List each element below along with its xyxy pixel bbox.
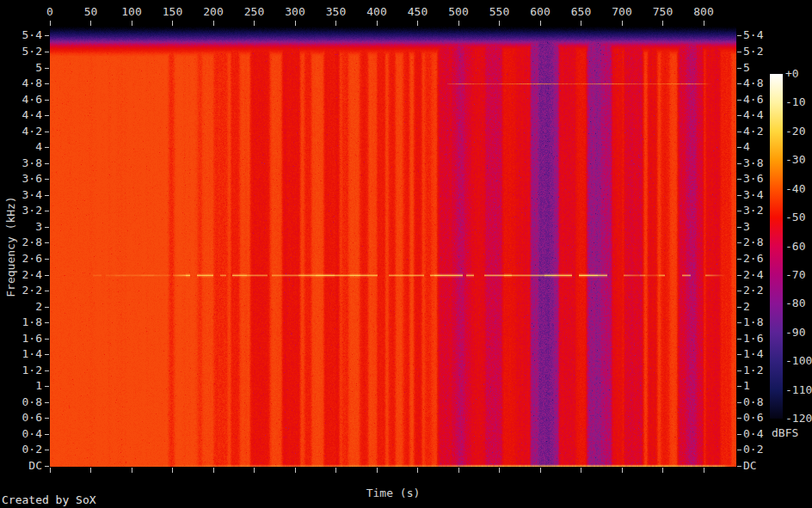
x-axis-tick-label: 350 [326, 6, 346, 18]
x-axis-tick-label: 300 [285, 6, 304, 18]
y-axis-tick-label-right: 2·4 [743, 269, 763, 281]
y-axis-tick-mark-left [45, 227, 49, 228]
x-axis-tick-mark-bottom [213, 468, 214, 473]
x-axis-tick-label: 500 [448, 6, 468, 18]
y-axis-tick-mark-right [737, 259, 741, 260]
x-axis-tick-label: 650 [571, 6, 591, 18]
x-axis-tick-mark-bottom [704, 468, 704, 473]
y-axis-tick-label-left: 1·8 [0, 316, 42, 328]
x-axis-tick-mark-top [377, 21, 378, 26]
x-axis-tick-label: 150 [163, 6, 182, 18]
colorbar-tick-label: +0 [785, 68, 799, 80]
y-axis-tick-mark-left [45, 402, 49, 403]
y-axis-tick-mark-right [737, 370, 741, 371]
x-axis-tick-mark-bottom [335, 468, 336, 473]
x-axis-tick-label: 250 [244, 6, 264, 18]
y-axis-tick-mark-left [45, 100, 49, 101]
colorbar-unit-label: dBFS [772, 427, 798, 439]
y-axis-tick-mark-left [45, 35, 49, 36]
y-axis-tick-label-left: DC [0, 460, 42, 472]
colorbar-tick-label: -40 [785, 183, 805, 195]
colorbar-tick-label: -20 [785, 125, 805, 138]
y-axis-tick-mark-right [737, 450, 741, 450]
y-axis-tick-label-right: 1·4 [743, 348, 763, 360]
y-axis-tick-label-right: 1·2 [743, 364, 763, 376]
y-axis-tick-mark-right [737, 100, 741, 101]
x-axis-tick-mark-bottom [458, 468, 459, 473]
y-axis-tick-mark-left [45, 179, 49, 180]
y-axis-tick-mark-right [737, 307, 741, 308]
y-axis-tick-mark-left [45, 354, 49, 355]
y-axis-tick-mark-right [737, 195, 741, 196]
x-axis-tick-mark-top [295, 21, 296, 26]
y-axis-tick-label-right: 4 [743, 141, 750, 153]
y-axis-tick-mark-left [45, 386, 49, 387]
y-axis-tick-label-right: 4·6 [743, 94, 763, 106]
x-axis-tick-label: 800 [693, 6, 713, 18]
x-axis-tick-mark-top [50, 21, 51, 26]
y-axis-tick-mark-right [737, 147, 741, 148]
colorbar-tick-label: -60 [785, 241, 805, 253]
x-axis-tick-label: 550 [489, 6, 509, 18]
y-axis-tick-mark-left [45, 259, 49, 260]
y-axis-tick-label-right: 3·8 [743, 157, 763, 169]
y-axis-tick-mark-left [45, 195, 49, 196]
y-axis-tick-label-left: 2·2 [0, 285, 42, 297]
y-axis-tick-mark-left [45, 211, 49, 211]
colorbar-tick-label: -30 [785, 154, 805, 166]
y-axis-tick-mark-left [45, 418, 49, 419]
y-axis-tick-mark-left [45, 132, 49, 132]
sox-spectrogram-window: Frequency (kHz) Time (s) Created by SoX … [0, 0, 812, 508]
y-axis-tick-label-left: 1 [0, 380, 42, 392]
x-axis-tick-mark-top [417, 21, 418, 26]
y-axis-tick-label-left: 4·4 [0, 109, 42, 121]
x-axis-tick-mark-top [622, 21, 623, 26]
x-axis-tick-mark-bottom [622, 468, 623, 473]
y-axis-tick-mark-right [737, 275, 741, 276]
colorbar-tick-label: -70 [785, 269, 805, 281]
x-axis-tick-mark-top [335, 21, 336, 26]
y-axis-tick-label-right: 4·8 [743, 77, 763, 89]
y-axis-tick-label-left: 3·2 [0, 205, 42, 217]
x-axis-tick-mark-top [704, 21, 704, 26]
y-axis-tick-label-left: 3 [0, 221, 42, 233]
y-axis-tick-label-left: 2·6 [0, 253, 42, 265]
x-axis-tick-mark-bottom [540, 468, 541, 473]
colorbar-tick-label: -90 [785, 327, 805, 339]
x-axis-tick-label: 50 [84, 6, 98, 18]
x-axis-tick-mark-bottom [132, 468, 132, 473]
y-axis-tick-mark-left [45, 147, 49, 148]
y-axis-tick-label-left: 1·4 [0, 348, 42, 360]
colorbar-tick-label: -100 [785, 355, 812, 367]
x-axis-tick-label: 100 [121, 6, 141, 18]
y-axis-tick-label-left: 4·8 [0, 77, 42, 89]
y-axis-tick-mark-right [737, 402, 741, 403]
y-axis-tick-label-right: DC [743, 460, 757, 472]
y-axis-tick-label-left: 5·2 [0, 46, 42, 58]
x-axis-tick-label: 700 [612, 6, 631, 18]
y-axis-tick-label-left: 1·6 [0, 333, 42, 345]
x-axis-tick-mark-top [90, 21, 91, 26]
y-axis-tick-label-left: 2·4 [0, 269, 42, 281]
y-axis-tick-label-right: 2·8 [743, 236, 763, 248]
y-axis-tick-label-left: 4·2 [0, 125, 42, 138]
x-axis-tick-mark-bottom [90, 468, 91, 473]
x-axis-tick-label: 600 [530, 6, 550, 18]
y-axis-tick-label-right: 0·6 [743, 412, 763, 424]
y-axis-tick-label-left: 0·2 [0, 444, 42, 456]
y-axis-tick-label-left: 0·6 [0, 412, 42, 424]
y-axis-tick-label-right: 1·8 [743, 316, 763, 328]
y-axis-tick-mark-right [737, 83, 741, 84]
y-axis-tick-label-right: 2 [743, 301, 750, 313]
y-axis-tick-mark-right [737, 242, 741, 243]
y-axis-tick-label-left: 2·8 [0, 236, 42, 248]
x-axis-tick-mark-bottom [499, 468, 500, 473]
y-axis-tick-mark-right [737, 354, 741, 355]
y-axis-tick-mark-right [737, 434, 741, 435]
y-axis-tick-label-right: 4·4 [743, 109, 763, 121]
y-axis-tick-mark-right [737, 339, 741, 340]
y-axis-tick-label-left: 0·4 [0, 428, 42, 440]
y-axis-tick-label-left: 4·6 [0, 94, 42, 106]
y-axis-tick-mark-left [45, 115, 49, 116]
y-axis-tick-mark-left [45, 163, 49, 164]
